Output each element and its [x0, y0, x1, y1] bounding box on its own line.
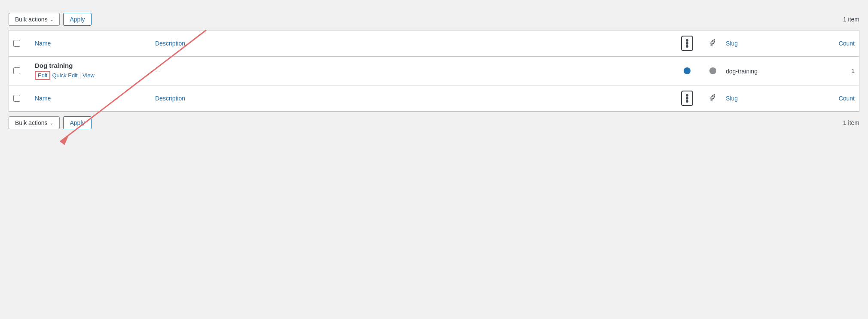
bulk-actions-button-bottom[interactable]: Bulk actions ⌄ — [9, 116, 60, 129]
header-count[interactable]: Count — [812, 40, 855, 47]
row-dot-blue-col — [674, 67, 700, 74]
numbered-list-icon — [681, 36, 693, 51]
select-all-checkbox-col[interactable] — [13, 40, 35, 47]
footer-header-description[interactable]: Description — [155, 95, 674, 102]
row-slug: dog-training — [726, 67, 812, 75]
footer-header-slug[interactable]: Slug — [726, 95, 812, 102]
header-description[interactable]: Description — [155, 40, 674, 47]
apply-button-bottom[interactable]: Apply — [63, 116, 91, 129]
feather-icon: ✐ — [708, 37, 718, 50]
view-link[interactable]: View — [83, 72, 95, 79]
row-dot-gray-col — [700, 67, 726, 74]
apply-button-top[interactable]: Apply — [63, 13, 91, 26]
header-icon-numbered — [674, 36, 700, 51]
footer-header-icon-numbered — [674, 91, 700, 106]
row-description-text: — — [155, 68, 161, 75]
header-icon-feather: ✐ — [700, 38, 726, 49]
bottom-toolbar-left: Bulk actions ⌄ Apply — [9, 116, 92, 129]
bulk-actions-label-bottom: Bulk actions — [15, 119, 47, 126]
quick-edit-link[interactable]: Quick Edit — [52, 72, 77, 79]
footer-select-all-checkbox-col[interactable] — [13, 95, 35, 102]
dot-gray-icon — [709, 67, 716, 74]
item-count-top: 1 item — [843, 16, 859, 23]
row-actions: Edit Quick Edit | View — [35, 71, 155, 80]
row-description: — — [155, 67, 674, 75]
select-all-checkbox[interactable] — [13, 40, 20, 47]
row-count: 1 — [812, 67, 855, 74]
row-checkbox[interactable] — [13, 67, 20, 74]
footer-header-count[interactable]: Count — [812, 95, 855, 102]
row-slug-text: dog-training — [726, 68, 758, 75]
footer-header-name[interactable]: Name — [35, 95, 155, 102]
table-header-row: Name Description ✐ Slug Count — [9, 30, 859, 57]
chevron-down-icon-bottom: ⌄ — [50, 121, 53, 125]
separator-1: | — [79, 72, 81, 79]
top-toolbar: Bulk actions ⌄ Apply 1 item — [9, 9, 859, 30]
footer-numbered-list-icon — [681, 91, 693, 106]
categories-table: Name Description ✐ Slug Count Dog traini… — [9, 30, 859, 112]
row-name-cell: Dog training Edit Quick Edit | View — [35, 62, 155, 80]
row-name: Dog training — [35, 62, 155, 69]
bulk-actions-button[interactable]: Bulk actions ⌄ — [9, 13, 60, 26]
row-checkbox-col[interactable] — [13, 67, 35, 74]
footer-select-all-checkbox[interactable] — [13, 95, 20, 102]
top-toolbar-left: Bulk actions ⌄ Apply — [9, 13, 92, 26]
table-footer-header-row: Name Description ✐ Slug Count — [9, 85, 859, 112]
table-row: Dog training Edit Quick Edit | View — do… — [9, 57, 859, 85]
bulk-actions-label: Bulk actions — [15, 16, 47, 23]
item-count-bottom: 1 item — [843, 119, 859, 126]
dot-blue-icon — [684, 67, 691, 74]
footer-feather-icon: ✐ — [708, 92, 718, 105]
header-slug[interactable]: Slug — [726, 40, 812, 47]
edit-link[interactable]: Edit — [35, 71, 50, 80]
header-name[interactable]: Name — [35, 40, 155, 47]
svg-marker-1 — [60, 135, 69, 145]
bottom-toolbar: Bulk actions ⌄ Apply 1 item — [9, 112, 859, 134]
footer-header-icon-feather: ✐ — [700, 93, 726, 104]
chevron-down-icon: ⌄ — [50, 17, 53, 22]
